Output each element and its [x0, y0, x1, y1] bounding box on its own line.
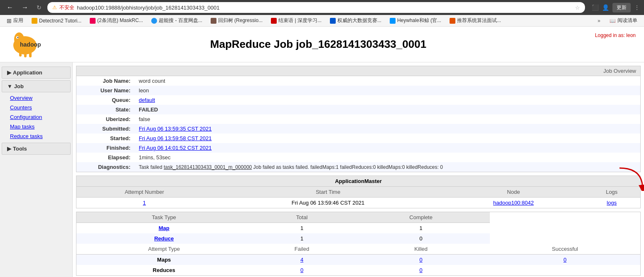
bookmark-baidupan-icon: [151, 18, 157, 24]
sidebar-item-map-tasks[interactable]: Map tasks: [0, 122, 72, 131]
started-label: Started:: [76, 134, 135, 143]
map-type: Map: [76, 223, 251, 234]
table-row: Maps 4 0 0: [76, 255, 640, 265]
diagnostics-task-link[interactable]: task_1628141303433_0001_m_000000: [164, 164, 252, 170]
content-wrapper: ▶ Application ▼ Job Overview Counters Co…: [0, 62, 644, 277]
table-row: Uberized: false: [76, 114, 640, 124]
submitted-link[interactable]: Fri Aug 06 13:59:35 CST 2021: [139, 126, 211, 132]
sidebar-tools-header[interactable]: ▶ Tools: [2, 143, 71, 155]
job-arrow-icon: ▼: [7, 83, 12, 89]
diagnostics-label: Diagnostics:: [76, 162, 135, 172]
am-node-link[interactable]: hadoop100:8042: [493, 200, 534, 206]
bookmark-baidupan[interactable]: 超能搜 - 百度网盘...: [148, 16, 206, 25]
bookmark-bigdata-label: 权威的大数据竞赛...: [337, 17, 381, 24]
killed-col: Killed: [352, 244, 490, 255]
bookmark-recommend[interactable]: 推荐系统算法面试...: [446, 16, 504, 25]
sidebar-item-counters[interactable]: Counters: [0, 103, 72, 112]
task-type-col: Task Type: [76, 212, 251, 223]
tools-arrow-icon: ▶: [7, 146, 11, 152]
bookmark-readlist-label: 阅读清单: [617, 17, 637, 24]
bookmark-heywhale[interactable]: Heywhale和鲸 (官...: [386, 16, 445, 25]
back-button[interactable]: ←: [4, 3, 16, 12]
sidebar-application-header[interactable]: ▶ Application: [2, 67, 71, 79]
bookmark-maskrc[interactable]: (2条消息) MaskRC...: [86, 16, 146, 25]
node-col: Node: [444, 187, 583, 198]
security-icon: ⚠: [52, 5, 57, 10]
bookmark-regression[interactable]: 回归树 (Regressio...: [207, 16, 266, 25]
complete-col: Complete: [352, 212, 490, 223]
extensions-button[interactable]: ⬛: [592, 4, 599, 11]
task-summary-table: Task Type Total Complete Map 1 1 Reduce: [76, 212, 640, 275]
bookmark-heywhale-label: Heywhale和鲸 (官...: [397, 17, 441, 24]
finished-label: Finished:: [76, 143, 135, 153]
menu-button[interactable]: ⋮: [634, 4, 640, 11]
table-row: State: FAILED: [76, 105, 640, 114]
reduce-link[interactable]: Reduce: [154, 235, 174, 242]
bookmark-apps-label: 应用: [13, 17, 23, 24]
reduces-successful: [490, 265, 640, 275]
map-link[interactable]: Map: [159, 225, 170, 231]
bookmark-detectron-label: Detectron2 Tutori...: [39, 18, 81, 24]
sidebar-section-application: ▶ Application: [0, 67, 72, 79]
am-attempt-link[interactable]: 1: [143, 200, 146, 206]
diagnostics-value: Task failed task_1628141303433_0001_m_00…: [135, 162, 640, 172]
application-arrow-icon: ▶: [7, 69, 11, 76]
job-info-table: Job Name: word count User Name: leon Que…: [76, 76, 640, 172]
bookmarks-more[interactable]: »: [595, 17, 603, 25]
hadoop-logo: hadoop: [8, 31, 42, 58]
bookmark-detectron[interactable]: Detectron2 Tutori...: [28, 17, 85, 25]
sidebar-item-configuration[interactable]: Configuration: [0, 112, 72, 122]
task-header-row: Task Type Total Complete: [76, 212, 640, 223]
bookmark-readlist[interactable]: 📖 阅读清单: [606, 16, 641, 25]
sidebar-job-header[interactable]: ▼ Job: [2, 80, 71, 92]
bookmark-maskrc-label: (2条消息) MaskRC...: [97, 17, 143, 24]
logs-col: Logs: [583, 187, 640, 198]
refresh-button[interactable]: ↻: [34, 3, 44, 12]
table-row: Finished: Fri Aug 06 14:01:52 CST 2021: [76, 143, 640, 153]
am-logs-link[interactable]: logs: [607, 200, 617, 206]
profile-button[interactable]: 👤: [602, 4, 609, 11]
queue-value: default: [135, 95, 640, 105]
am-attempt: 1: [76, 198, 212, 208]
url-text: hadoop100:19888/jobhistory/job/job_16281…: [77, 5, 573, 11]
update-button[interactable]: 更新: [612, 3, 631, 12]
queue-link[interactable]: default: [139, 97, 155, 103]
bookmark-star[interactable]: ☆: [575, 5, 580, 11]
task-summary-section: Task Type Total Complete Map 1 1 Reduce: [76, 212, 641, 276]
elapsed-value: 1mins, 53sec: [135, 153, 640, 162]
reduces-attempt-type: Reduces: [76, 265, 251, 275]
table-row: Diagnostics: Task failed task_1628141303…: [76, 162, 640, 172]
maps-killed-link[interactable]: 0: [420, 257, 423, 263]
started-link[interactable]: Fri Aug 06 13:59:58 CST 2021: [139, 135, 211, 141]
bookmark-apps[interactable]: ⊞ 应用: [3, 16, 27, 25]
reduces-failed-link[interactable]: 0: [300, 267, 303, 273]
bookmark-bigdata[interactable]: 权威的大数据竞赛...: [327, 16, 385, 25]
finished-link[interactable]: Fri Aug 06 14:01:52 CST 2021: [139, 145, 211, 151]
diagnostics-prefix: Task failed: [139, 164, 164, 170]
sidebar-item-reduce-tasks[interactable]: Reduce tasks: [0, 131, 72, 141]
sidebar: ▶ Application ▼ Job Overview Counters Co…: [0, 62, 73, 277]
browser-actions: ⬛ 👤 更新 ⋮: [592, 3, 640, 12]
svg-rect-4: [19, 51, 22, 57]
map-complete: 1: [352, 223, 490, 234]
maps-attempt-type: Maps: [76, 255, 251, 265]
sidebar-job-label: Job: [14, 83, 24, 89]
browser-chrome: ← → ↻ ⚠ 不安全 hadoop100:19888/jobhistory/j…: [0, 0, 644, 15]
forward-button[interactable]: →: [19, 3, 31, 12]
successful-col: Successful: [490, 244, 640, 255]
reduces-killed-link[interactable]: 0: [420, 267, 423, 273]
url-bar[interactable]: ⚠ 不安全 hadoop100:19888/jobhistory/job/job…: [47, 2, 585, 13]
maps-failed-link[interactable]: 4: [300, 257, 303, 263]
maps-successful-link[interactable]: 0: [563, 257, 566, 263]
am-node: hadoop100:8042: [444, 198, 583, 208]
reduces-killed: 0: [352, 265, 490, 275]
svg-rect-6: [29, 52, 32, 57]
bookmark-deeplearning[interactable]: 结束语 | 深度学习...: [268, 16, 325, 25]
svg-point-8: [17, 37, 19, 38]
failed-col: Failed: [251, 244, 352, 255]
state-label: State:: [76, 105, 135, 114]
reduces-failed: 0: [251, 265, 352, 275]
page-wrapper: hadoop MapReduce Job job_1628141303433_0…: [0, 27, 644, 277]
queue-label: Queue:: [76, 95, 135, 105]
sidebar-item-overview[interactable]: Overview: [0, 93, 72, 103]
